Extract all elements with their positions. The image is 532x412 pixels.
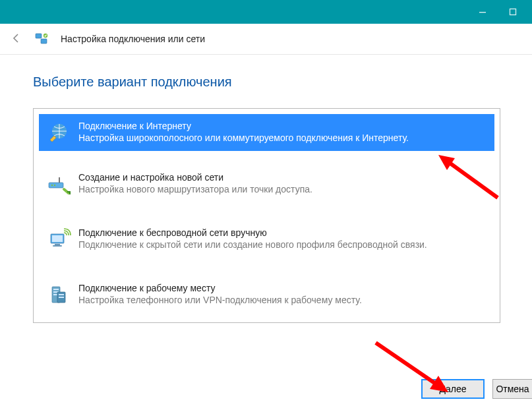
wizard-footer: Далее Отмена [421,379,532,399]
wizard-title: Настройка подключения или сети [61,34,205,44]
svg-rect-1 [510,9,516,15]
option-title: Подключение к Интернету [78,120,409,132]
next-button[interactable]: Далее [421,379,485,399]
minimize-button[interactable] [467,0,498,24]
wizard-content: Выберите вариант подключения Подключение… [0,55,532,336]
option-desc: Настройка нового маршрутизатора или точк… [78,183,312,196]
cancel-button[interactable]: Отмена [492,379,532,399]
titlebar [0,0,532,24]
svg-rect-11 [52,235,63,242]
svg-rect-12 [55,244,60,245]
option-manual-wireless[interactable]: Подключение к беспроводной сети вручную … [39,220,494,262]
connection-options-list: Подключение к Интернету Настройка широко… [33,108,500,323]
option-title: Создание и настройка новой сети [78,171,312,183]
option-workplace[interactable]: Подключение к рабочему месту Настройка т… [39,275,494,314]
cancel-button-label: Отмена [496,384,529,394]
svg-point-7 [51,185,53,186]
option-title: Подключение к беспроводной сети вручную [78,227,427,239]
option-desc: Настройка телефонного или VPN-подключени… [78,294,362,307]
globe-icon [45,119,72,146]
svg-rect-9 [59,177,60,183]
svg-rect-6 [49,183,63,188]
svg-rect-20 [59,297,64,298]
option-desc: Настройка широкополосного или коммутируе… [78,132,409,144]
svg-point-8 [54,185,55,186]
option-desc: Подключение к скрытой сети или создание … [78,239,427,251]
page-heading: Выберите вариант подключения [33,74,500,90]
svg-rect-13 [53,245,62,247]
svg-rect-15 [53,289,59,290]
maximize-button[interactable] [498,0,528,24]
router-icon [45,171,72,197]
server-icon [45,281,72,308]
svg-rect-19 [59,294,64,295]
back-arrow-icon[interactable] [11,32,22,46]
wizard-header: Настройка подключения или сети [0,24,532,54]
wireless-pc-icon [45,226,72,252]
svg-rect-3 [41,39,47,44]
option-create-network[interactable]: Создание и настройка новой сети Настройк… [39,164,494,206]
svg-rect-0 [479,12,486,13]
next-button-label: Далее [439,384,466,394]
option-connect-internet[interactable]: Подключение к Интернету Настройка широко… [39,114,494,151]
option-title: Подключение к рабочему месту [78,282,362,294]
svg-rect-2 [36,34,42,38]
network-setup-icon [34,32,49,46]
